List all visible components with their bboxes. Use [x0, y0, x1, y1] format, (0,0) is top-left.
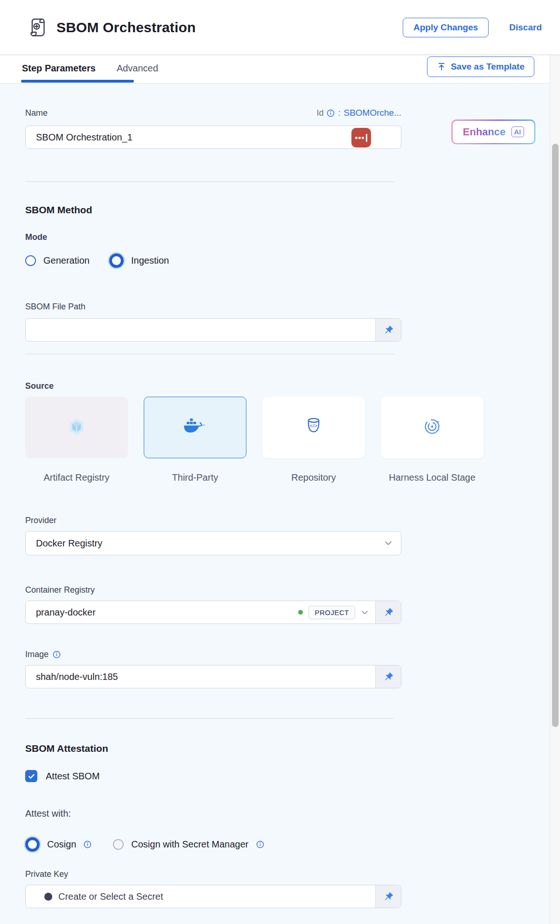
id-info-icon[interactable] [327, 109, 335, 117]
ai-badge: AI [511, 126, 524, 137]
vertical-scrollbar-thumb[interactable] [552, 144, 559, 727]
sbom-file-path-label: SBOM File Path [25, 302, 401, 312]
attest-sbom-checkbox-row[interactable]: Attest SBOM [25, 770, 401, 782]
chevron-down-icon[interactable] [384, 539, 392, 547]
private-key-input[interactable]: Create or Select a Secret [25, 885, 401, 908]
image-input[interactable]: shah/node-vuln:185 [25, 665, 401, 688]
radio-cosign-circle[interactable] [25, 837, 40, 852]
chevron-down-icon[interactable] [361, 609, 369, 616]
upload-icon [437, 62, 446, 71]
private-key-label: Private Key [25, 869, 401, 879]
id-colon: : [338, 108, 340, 118]
source-card-harness-local-stage[interactable] [381, 397, 483, 458]
save-as-template-button[interactable]: Save as Template [427, 56, 534, 77]
cosign-info-icon[interactable] [84, 840, 91, 848]
divider [25, 354, 394, 354]
harness-stage-icon [422, 417, 442, 438]
radio-ingestion-label: Ingestion [131, 255, 169, 266]
repository-icon: </> [304, 417, 323, 438]
radio-cosign[interactable]: Cosign [25, 837, 91, 852]
id-value-link[interactable]: SBOMOrche... [343, 108, 401, 118]
provider-label: Provider [25, 516, 401, 525]
image-value: shah/node-vuln:185 [26, 672, 375, 682]
name-input[interactable]: SBOM Orchestration_1 [25, 126, 401, 149]
divider [25, 718, 394, 719]
radio-cosign-secret-manager[interactable]: Cosign with Secret Manager [113, 839, 264, 850]
pushpin-icon [383, 325, 394, 336]
source-card-artifact-registry[interactable] [25, 397, 128, 458]
docker-whale-icon [183, 418, 207, 438]
enhance-label: Enhance [463, 126, 506, 138]
pushpin-icon [383, 891, 394, 902]
container-registry-value: pranay-docker [26, 607, 298, 618]
sbom-file-path-input[interactable] [25, 318, 401, 342]
container-registry-pin-button[interactable] [375, 601, 401, 623]
scope-badge: PROJECT [308, 606, 355, 619]
radio-generation-label: Generation [43, 255, 90, 266]
source-card-repository[interactable]: </> [262, 397, 365, 458]
radio-cosign-secret-manager-label: Cosign with Secret Manager [131, 839, 248, 850]
container-registry-input[interactable]: pranay-docker PROJECT [25, 601, 401, 624]
radio-ingestion[interactable]: Ingestion [109, 253, 169, 268]
header: SBOM Orchestration Apply Changes Discard [0, 0, 560, 55]
radio-cosign-label: Cosign [47, 839, 76, 850]
connector-status-dot [298, 610, 303, 615]
mode-label: Mode [25, 232, 401, 242]
file-path-pin-button[interactable] [375, 319, 401, 341]
container-registry-label: Container Registry [25, 585, 401, 595]
tab-step-parameters[interactable]: Step Parameters [22, 63, 96, 76]
discard-button[interactable]: Discard [506, 22, 545, 33]
image-label: Image [25, 650, 49, 659]
page-title: SBOM Orchestration [56, 20, 196, 35]
vertical-scrollbar-track[interactable] [550, 55, 560, 924]
name-input-value: SBOM Orchestration_1 [26, 132, 401, 143]
divider [25, 182, 394, 182]
cosign-secret-manager-info-icon[interactable] [256, 840, 264, 848]
private-key-pin-button[interactable] [375, 885, 401, 908]
provider-select[interactable]: Docker Registry [25, 531, 401, 555]
radio-generation-circle[interactable] [25, 255, 36, 266]
artifact-registry-icon [67, 417, 86, 438]
password-manager-extension-icon[interactable] [351, 128, 371, 147]
id-label: Id [316, 108, 323, 118]
active-tab-underline [21, 80, 134, 83]
source-label: Source [25, 381, 401, 391]
attest-sbom-checkbox[interactable] [25, 770, 37, 782]
save-as-template-label: Save as Template [451, 62, 525, 72]
attest-sbom-label: Attest SBOM [46, 771, 100, 782]
image-pin-button[interactable] [375, 665, 401, 688]
radio-generation[interactable]: Generation [25, 255, 90, 266]
source-card-third-party[interactable] [144, 397, 246, 458]
pushpin-icon [383, 672, 394, 682]
checkmark-icon [28, 772, 35, 780]
pushpin-icon [383, 607, 394, 618]
scroll-plus-icon [27, 16, 49, 39]
secret-key-icon [44, 893, 52, 901]
step-parameters-panel: Enhance AI Name Id : SBOMOrche... SBOM O… [0, 83, 550, 924]
svg-text:</>: </> [310, 423, 317, 428]
image-info-icon[interactable] [53, 651, 61, 658]
source-caption-artifact-registry: Artifact Registry [25, 470, 128, 485]
source-caption-repository: Repository [262, 470, 365, 485]
attest-with-label: Attest with: [25, 808, 401, 819]
name-label: Name [25, 108, 48, 118]
radio-ingestion-circle[interactable] [109, 253, 124, 268]
sbom-method-heading: SBOM Method [25, 204, 401, 216]
tab-advanced[interactable]: Advanced [117, 63, 158, 76]
source-caption-harness-local-stage: Harness Local Stage [381, 470, 483, 485]
private-key-placeholder: Create or Select a Secret [52, 891, 375, 902]
radio-cosign-secret-manager-circle[interactable] [113, 839, 124, 850]
provider-value: Docker Registry [26, 538, 384, 549]
source-caption-third-party: Third-Party [144, 470, 246, 485]
sbom-attestation-heading: SBOM Attestation [25, 743, 401, 754]
enhance-ai-button[interactable]: Enhance AI [451, 119, 535, 144]
apply-changes-button[interactable]: Apply Changes [403, 18, 489, 37]
